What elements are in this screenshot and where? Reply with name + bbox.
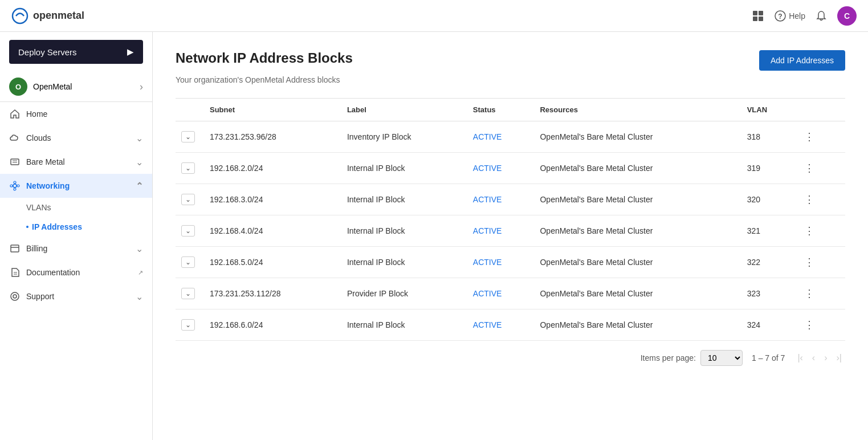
vlan-cell: 321 (741, 215, 794, 247)
prev-page-button[interactable]: ‹ (809, 351, 818, 365)
vlans-label: VLANs (26, 203, 51, 212)
col-resources: Resources (534, 99, 741, 121)
top-bar-right: ? Help C (752, 6, 857, 26)
actions-cell: ⋮ (794, 121, 845, 153)
row-more-button[interactable]: ⋮ (800, 161, 819, 176)
chevron-up-icon: ⌃ (136, 181, 143, 192)
help-button[interactable]: ? Help (775, 10, 805, 22)
table-row: ⌄ 192.168.3.0/24 Internal IP Block ACTIV… (176, 184, 845, 215)
resources-cell: OpenMetal's Bare Metal Cluster (534, 184, 741, 215)
user-avatar[interactable]: C (837, 6, 857, 26)
sidebar-item-support[interactable]: Support ⌄ (0, 284, 152, 308)
sidebar-label-home: Home (26, 109, 143, 119)
deploy-servers-button[interactable]: Deploy Servers ▶ (9, 40, 143, 64)
org-avatar: O (9, 78, 27, 96)
label-cell: Internal IP Block (341, 309, 467, 341)
networking-subnav: VLANs IP Addresses (0, 198, 152, 237)
row-more-button[interactable]: ⋮ (800, 129, 819, 144)
expand-cell: ⌄ (176, 153, 204, 184)
notification-bell-button[interactable] (816, 10, 827, 22)
sidebar-item-vlans[interactable]: VLANs (0, 198, 152, 217)
label-cell: Inventory IP Block (341, 121, 467, 153)
resources-cell: OpenMetal's Bare Metal Cluster (534, 215, 741, 247)
row-more-button[interactable]: ⋮ (800, 286, 819, 301)
expand-row-button[interactable]: ⌄ (181, 194, 195, 205)
clouds-icon (9, 132, 21, 144)
expand-row-button[interactable]: ⌄ (181, 288, 195, 299)
subnet-cell: 192.168.4.0/24 (204, 215, 341, 247)
table-row: ⌄ 192.168.2.0/24 Internal IP Block ACTIV… (176, 153, 845, 184)
expand-cell: ⌄ (176, 184, 204, 215)
vlan-cell: 320 (741, 184, 794, 215)
row-more-button[interactable]: ⋮ (800, 223, 819, 238)
first-page-button[interactable]: |‹ (794, 351, 806, 365)
svg-rect-7 (11, 159, 19, 165)
status-cell: ACTIVE (467, 184, 535, 215)
expand-row-button[interactable]: ⌄ (181, 256, 195, 268)
status-cell: ACTIVE (467, 309, 535, 341)
svg-point-23 (11, 292, 19, 300)
items-per-page-select[interactable]: 10 25 50 (700, 350, 743, 366)
expand-cell: ⌄ (176, 309, 204, 341)
main-content: Network IP Address Blocks Add IP Address… (153, 32, 868, 440)
vlan-cell: 319 (741, 153, 794, 184)
expand-row-button[interactable]: ⌄ (181, 225, 195, 237)
resources-cell: OpenMetal's Bare Metal Cluster (534, 247, 741, 278)
subnet-cell: 173.231.253.96/28 (204, 121, 341, 153)
col-expand (176, 99, 204, 121)
label-cell: Provider IP Block (341, 278, 467, 309)
table-row: ⌄ 192.168.4.0/24 Internal IP Block ACTIV… (176, 215, 845, 247)
col-vlan: VLAN (741, 99, 794, 121)
ip-addresses-label: IP Addresses (32, 222, 82, 231)
help-circle-icon: ? (775, 10, 786, 22)
org-selector[interactable]: O OpenMetal › (0, 72, 152, 102)
items-per-page-label: Items per page: (641, 353, 696, 362)
row-more-button[interactable]: ⋮ (800, 255, 819, 270)
svg-rect-4 (759, 17, 763, 21)
expand-row-button[interactable]: ⌄ (181, 319, 195, 331)
expand-row-button[interactable]: ⌄ (181, 131, 195, 142)
svg-point-11 (14, 181, 16, 184)
support-icon (9, 291, 21, 302)
expand-cell: ⌄ (176, 247, 204, 278)
sidebar-item-documentation[interactable]: Documentation ↗ (0, 260, 152, 284)
expand-cell: ⌄ (176, 121, 204, 153)
grid-icon-button[interactable] (752, 10, 764, 22)
sidebar-item-clouds[interactable]: Clouds ⌄ (0, 126, 152, 150)
vlan-cell: 323 (741, 278, 794, 309)
resources-cell: OpenMetal's Bare Metal Cluster (534, 309, 741, 341)
svg-point-14 (17, 185, 19, 187)
svg-point-12 (14, 188, 16, 190)
actions-cell: ⋮ (794, 309, 845, 341)
col-subnet: Subnet (204, 99, 341, 121)
svg-rect-2 (759, 11, 763, 15)
sidebar-item-home[interactable]: Home (0, 102, 152, 126)
org-chevron-icon: › (140, 81, 143, 93)
last-page-button[interactable]: ›| (833, 351, 845, 365)
row-more-button[interactable]: ⋮ (800, 317, 819, 332)
ip-blocks-table: Subnet Label Status Resources VLAN ⌄ 173… (176, 98, 845, 341)
add-ip-addresses-button[interactable]: Add IP Addresses (759, 50, 845, 71)
row-more-button[interactable]: ⋮ (800, 192, 819, 207)
org-name: OpenMetal (33, 82, 134, 91)
vlan-cell: 322 (741, 247, 794, 278)
ip-blocks-table-container: Subnet Label Status Resources VLAN ⌄ 173… (176, 98, 845, 366)
svg-rect-1 (753, 11, 757, 15)
expand-row-button[interactable]: ⌄ (181, 162, 195, 174)
sidebar-item-billing[interactable]: Billing ⌄ (0, 237, 152, 260)
bell-icon (816, 10, 827, 22)
sidebar-item-networking[interactable]: Networking ⌃ (0, 174, 152, 198)
table-row: ⌄ 173.231.253.96/28 Inventory IP Block A… (176, 121, 845, 153)
logo-icon (11, 7, 28, 25)
page-subtitle: Your organization's OpenMetal Address bl… (176, 75, 845, 84)
sidebar-item-ip-addresses[interactable]: IP Addresses (0, 217, 152, 237)
help-label: Help (789, 11, 805, 21)
chevron-down-icon: ⌄ (136, 133, 143, 144)
sidebar-item-bare-metal[interactable]: Bare Metal ⌄ (0, 150, 152, 174)
col-status: Status (467, 99, 535, 121)
subnet-cell: 192.168.5.0/24 (204, 247, 341, 278)
vlan-cell: 318 (741, 121, 794, 153)
next-page-button[interactable]: › (821, 351, 830, 365)
svg-text:?: ? (779, 13, 783, 21)
subnet-cell: 173.231.253.112/28 (204, 278, 341, 309)
